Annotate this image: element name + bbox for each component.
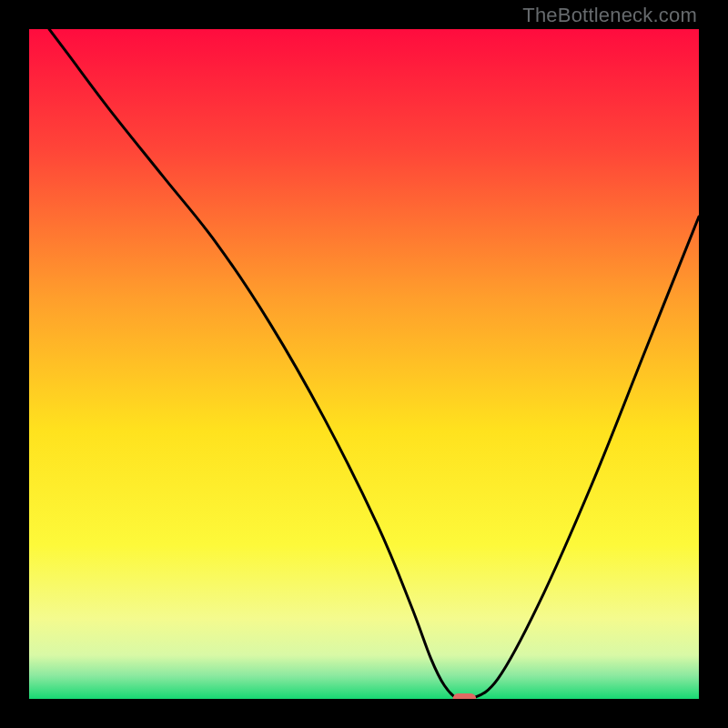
bottleneck-curve (49, 29, 699, 699)
curve-layer (29, 29, 699, 699)
optimal-point-marker (453, 693, 477, 699)
plot-area (29, 29, 699, 699)
watermark-text: TheBottleneck.com (522, 4, 697, 27)
chart-frame: TheBottleneck.com (0, 0, 728, 728)
